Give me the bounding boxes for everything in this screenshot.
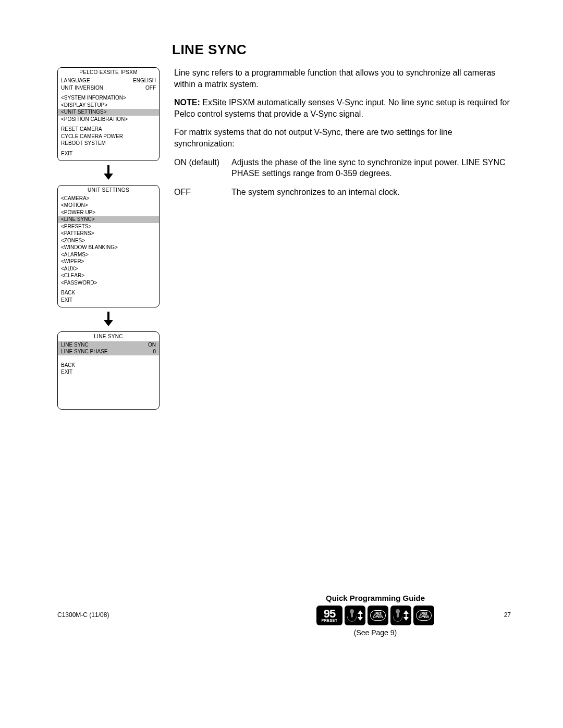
menu-item-back: BACK [61, 362, 156, 369]
menu-label: LINE SYNC PHASE [61, 349, 107, 355]
def-row-off: OFF The system synchronizes to an intern… [174, 187, 511, 198]
def-label: OFF [174, 187, 231, 198]
note-label: NOTE: [174, 98, 200, 107]
menu-unit-title: UNIT SETTINGS [58, 186, 159, 195]
menu-item-poscal: <POSITION CALIBRATION> [61, 116, 156, 123]
menu-item-password: <PASSWORD> [61, 279, 156, 287]
menu-item-presets: <PRESETS> [61, 223, 156, 230]
menu-item-clear: <CLEAR> [61, 273, 156, 280]
qpg-see-page: (See Page 9) [313, 628, 438, 637]
paragraph-settings: For matrix systems that do not output V-… [174, 127, 511, 149]
def-desc: The system synchronizes to an internal c… [231, 187, 511, 198]
footer-pagenum: 27 [504, 611, 511, 619]
menu-item-exit: EXIT [61, 369, 156, 376]
menu-label: LINE SYNC [61, 342, 89, 349]
menu-main-title: PELCO EXSITE IPSXM [58, 68, 159, 78]
menu-row-linesync-phase: LINE SYNC PHASE 0 [58, 349, 159, 356]
menu-main: PELCO EXSITE IPSXM LANGUAGE ENGLISH UNIT… [57, 67, 160, 161]
menu-item-display: <DISPLAY SETUP> [61, 102, 156, 109]
menu-item-winblank: <WINDOW BLANKING> [61, 244, 156, 252]
menu-row-linesync: LINE SYNC ON [58, 341, 159, 349]
note-text: ExSite IPSXM automatically senses V-Sync… [174, 98, 510, 118]
menu-item-patterns: <PATTERNS> [61, 230, 156, 238]
menu-item-alarms: <ALARMS> [61, 251, 156, 258]
menu-item-exit: EXIT [61, 297, 156, 304]
menu-row-language: LANGUAGE ENGLISH [61, 78, 156, 85]
page-footer: C1300M-C (11/08) 27 [57, 611, 511, 619]
menu-label: UNIT INVERSION [61, 85, 103, 92]
menu-item-camera: <CAMERA> [61, 195, 156, 202]
menu-item-unit-settings: <UNIT SETTINGS> [58, 109, 159, 116]
arrow-down-icon [57, 307, 160, 331]
arrow-down-icon [57, 161, 160, 185]
menu-item-exit: EXIT [61, 150, 156, 157]
menu-value: ENGLISH [133, 78, 156, 84]
menu-row-inversion: UNIT INVERSION OFF [61, 84, 156, 92]
menu-tree: PELCO EXSITE IPSXM LANGUAGE ENGLISH UNIT… [57, 67, 160, 410]
menu-value: OFF [145, 85, 156, 92]
footer-docid: C1300M-C (11/08) [57, 611, 109, 619]
menu-item-linesync: <LINE SYNC> [58, 216, 159, 224]
page-title: Line Sync [172, 42, 511, 58]
paragraph-note: NOTE: ExSite IPSXM automatically senses … [174, 97, 511, 119]
menu-item-cycle: CYCLE CAMERA POWER [61, 133, 156, 140]
menu-unit-settings: UNIT SETTINGS <CAMERA> <MOTION> <POWER U… [57, 185, 160, 307]
menu-item-sysinfo: <SYSTEM INFORMATION> [61, 95, 156, 102]
menu-item-aux: <AUX> [61, 265, 156, 273]
paragraph-intro: Line sync refers to a programmable funct… [174, 67, 511, 90]
def-desc: Adjusts the phase of the line sync to sy… [231, 157, 511, 179]
menu-item-reset: RESET CAMERA [61, 126, 156, 133]
menu-item-zones: <ZONES> [61, 237, 156, 244]
preset-label: PRESET [321, 619, 337, 622]
qpg-title: Quick Programming Guide [313, 594, 438, 602]
menu-item-reboot: REBOOT SYSTEM [61, 140, 156, 147]
menu-label: LANGUAGE [61, 78, 90, 84]
menu-item-powerup: <POWER UP> [61, 209, 156, 216]
menu-item-wiper: <WIPER> [61, 258, 156, 266]
menu-value: ON [148, 342, 156, 349]
menu-item-back: BACK [61, 290, 156, 297]
menu-linesync-title: LINE SYNC [58, 332, 159, 342]
def-label: ON (default) [174, 157, 231, 179]
menu-item-motion: <MOTION> [61, 202, 156, 209]
menu-line-sync: LINE SYNC LINE SYNC ON LINE SYNC PHASE 0… [57, 331, 160, 410]
body-text: Line sync refers to a programmable funct… [174, 67, 511, 205]
def-row-on: ON (default) Adjusts the phase of the li… [174, 157, 511, 179]
menu-value: 0 [153, 349, 156, 355]
